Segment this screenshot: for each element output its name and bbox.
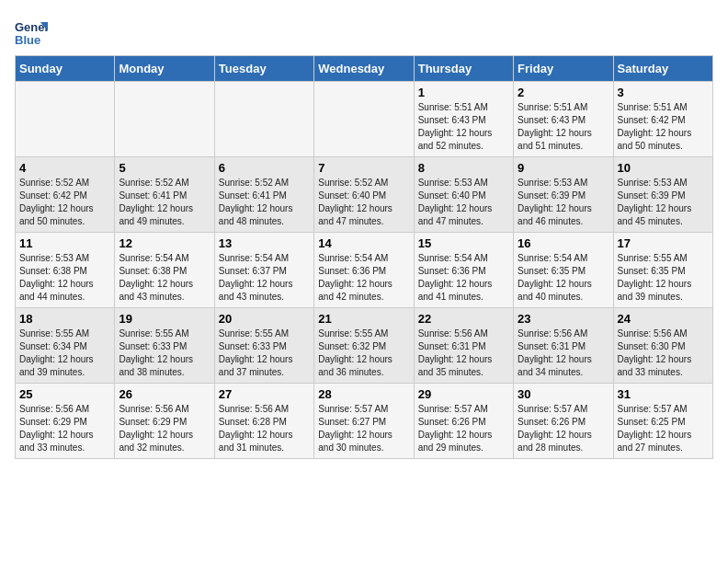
calendar-header: SundayMondayTuesdayWednesdayThursdayFrid… (16, 56, 713, 82)
day-info: Sunrise: 5:51 AM Sunset: 6:42 PM Dayligh… (618, 101, 709, 153)
calendar-cell: 1Sunrise: 5:51 AM Sunset: 6:43 PM Daylig… (414, 82, 513, 157)
day-number: 3 (618, 86, 709, 99)
day-number: 10 (618, 161, 709, 175)
calendar-cell: 21Sunrise: 5:55 AM Sunset: 6:32 PM Dayli… (314, 308, 414, 384)
day-header-wednesday: Wednesday (314, 56, 414, 82)
day-number: 27 (219, 387, 310, 401)
day-number: 30 (518, 387, 609, 401)
calendar-cell: 4Sunrise: 5:52 AM Sunset: 6:42 PM Daylig… (16, 157, 115, 233)
day-info: Sunrise: 5:56 AM Sunset: 6:29 PM Dayligh… (119, 403, 210, 454)
day-info: Sunrise: 5:51 AM Sunset: 6:43 PM Dayligh… (418, 101, 509, 153)
calendar-cell: 10Sunrise: 5:53 AM Sunset: 6:39 PM Dayli… (613, 157, 712, 233)
day-number: 2 (518, 86, 609, 99)
day-number: 5 (119, 161, 210, 175)
week-row-4: 18Sunrise: 5:55 AM Sunset: 6:34 PM Dayli… (16, 308, 713, 384)
day-header-thursday: Thursday (414, 56, 513, 82)
calendar-cell: 11Sunrise: 5:53 AM Sunset: 6:38 PM Dayli… (16, 233, 115, 308)
week-row-2: 4Sunrise: 5:52 AM Sunset: 6:42 PM Daylig… (16, 157, 713, 233)
day-number: 16 (518, 236, 609, 250)
day-info: Sunrise: 5:53 AM Sunset: 6:40 PM Dayligh… (418, 177, 509, 228)
day-number: 8 (418, 161, 509, 175)
calendar-cell: 31Sunrise: 5:57 AM Sunset: 6:25 PM Dayli… (613, 384, 712, 459)
day-info: Sunrise: 5:52 AM Sunset: 6:41 PM Dayligh… (219, 177, 310, 228)
day-header-friday: Friday (514, 56, 613, 82)
day-info: Sunrise: 5:54 AM Sunset: 6:37 PM Dayligh… (219, 252, 310, 304)
day-number: 25 (19, 387, 110, 401)
svg-text:Blue: Blue (15, 33, 40, 47)
day-number: 1 (418, 86, 509, 99)
calendar-cell: 6Sunrise: 5:52 AM Sunset: 6:41 PM Daylig… (214, 157, 313, 233)
day-number: 24 (618, 312, 709, 326)
day-header-tuesday: Tuesday (214, 56, 313, 82)
day-info: Sunrise: 5:55 AM Sunset: 6:32 PM Dayligh… (318, 327, 409, 379)
day-info: Sunrise: 5:53 AM Sunset: 6:39 PM Dayligh… (618, 177, 709, 228)
day-number: 12 (119, 236, 210, 250)
calendar-cell: 12Sunrise: 5:54 AM Sunset: 6:38 PM Dayli… (115, 233, 214, 308)
day-header-monday: Monday (115, 56, 214, 82)
day-header-saturday: Saturday (613, 56, 712, 82)
calendar-cell: 19Sunrise: 5:55 AM Sunset: 6:33 PM Dayli… (115, 308, 214, 384)
day-info: Sunrise: 5:57 AM Sunset: 6:26 PM Dayligh… (418, 403, 509, 454)
day-info: Sunrise: 5:54 AM Sunset: 6:36 PM Dayligh… (318, 252, 409, 304)
day-info: Sunrise: 5:52 AM Sunset: 6:42 PM Dayligh… (19, 177, 110, 228)
day-info: Sunrise: 5:56 AM Sunset: 6:28 PM Dayligh… (219, 403, 310, 454)
day-number: 6 (219, 161, 310, 175)
calendar-cell: 25Sunrise: 5:56 AM Sunset: 6:29 PM Dayli… (16, 384, 115, 459)
day-info: Sunrise: 5:53 AM Sunset: 6:39 PM Dayligh… (518, 177, 609, 228)
calendar-cell: 15Sunrise: 5:54 AM Sunset: 6:36 PM Dayli… (414, 233, 513, 308)
day-number: 11 (19, 236, 110, 250)
day-info: Sunrise: 5:57 AM Sunset: 6:25 PM Dayligh… (618, 403, 709, 454)
day-info: Sunrise: 5:56 AM Sunset: 6:30 PM Dayligh… (618, 327, 709, 379)
day-info: Sunrise: 5:56 AM Sunset: 6:31 PM Dayligh… (418, 327, 509, 379)
page-header: General Blue (15, 15, 713, 48)
day-info: Sunrise: 5:56 AM Sunset: 6:29 PM Dayligh… (19, 403, 110, 454)
calendar-body: 1Sunrise: 5:51 AM Sunset: 6:43 PM Daylig… (16, 82, 713, 459)
day-info: Sunrise: 5:55 AM Sunset: 6:35 PM Dayligh… (618, 252, 709, 304)
logo-icon: General Blue (15, 15, 48, 48)
calendar-cell: 28Sunrise: 5:57 AM Sunset: 6:27 PM Dayli… (314, 384, 414, 459)
week-row-5: 25Sunrise: 5:56 AM Sunset: 6:29 PM Dayli… (16, 384, 713, 459)
day-info: Sunrise: 5:54 AM Sunset: 6:38 PM Dayligh… (119, 252, 210, 304)
calendar-cell: 16Sunrise: 5:54 AM Sunset: 6:35 PM Dayli… (514, 233, 613, 308)
day-info: Sunrise: 5:54 AM Sunset: 6:35 PM Dayligh… (518, 252, 609, 304)
calendar-cell: 17Sunrise: 5:55 AM Sunset: 6:35 PM Dayli… (613, 233, 712, 308)
calendar-cell: 3Sunrise: 5:51 AM Sunset: 6:42 PM Daylig… (613, 82, 712, 157)
calendar-cell: 18Sunrise: 5:55 AM Sunset: 6:34 PM Dayli… (16, 308, 115, 384)
day-info: Sunrise: 5:55 AM Sunset: 6:33 PM Dayligh… (219, 327, 310, 379)
calendar-cell (214, 82, 313, 157)
calendar-cell: 27Sunrise: 5:56 AM Sunset: 6:28 PM Dayli… (214, 384, 313, 459)
calendar-cell: 2Sunrise: 5:51 AM Sunset: 6:43 PM Daylig… (514, 82, 613, 157)
day-info: Sunrise: 5:52 AM Sunset: 6:40 PM Dayligh… (318, 177, 409, 228)
day-number: 4 (19, 161, 110, 175)
calendar-cell: 13Sunrise: 5:54 AM Sunset: 6:37 PM Dayli… (214, 233, 313, 308)
calendar-cell: 5Sunrise: 5:52 AM Sunset: 6:41 PM Daylig… (115, 157, 214, 233)
day-number: 17 (618, 236, 709, 250)
calendar-cell: 23Sunrise: 5:56 AM Sunset: 6:31 PM Dayli… (514, 308, 613, 384)
calendar-cell: 29Sunrise: 5:57 AM Sunset: 6:26 PM Dayli… (414, 384, 513, 459)
day-info: Sunrise: 5:57 AM Sunset: 6:26 PM Dayligh… (518, 403, 609, 454)
calendar-cell: 14Sunrise: 5:54 AM Sunset: 6:36 PM Dayli… (314, 233, 414, 308)
days-header-row: SundayMondayTuesdayWednesdayThursdayFrid… (16, 56, 713, 82)
day-info: Sunrise: 5:57 AM Sunset: 6:27 PM Dayligh… (318, 403, 409, 454)
day-number: 23 (518, 312, 609, 326)
week-row-3: 11Sunrise: 5:53 AM Sunset: 6:38 PM Dayli… (16, 233, 713, 308)
calendar-cell: 26Sunrise: 5:56 AM Sunset: 6:29 PM Dayli… (115, 384, 214, 459)
day-number: 21 (318, 312, 409, 326)
day-info: Sunrise: 5:55 AM Sunset: 6:34 PM Dayligh… (19, 327, 110, 379)
calendar-cell (16, 82, 115, 157)
day-number: 7 (318, 161, 409, 175)
day-info: Sunrise: 5:54 AM Sunset: 6:36 PM Dayligh… (418, 252, 509, 304)
day-number: 31 (618, 387, 709, 401)
day-number: 14 (318, 236, 409, 250)
day-info: Sunrise: 5:52 AM Sunset: 6:41 PM Dayligh… (119, 177, 210, 228)
calendar-cell: 7Sunrise: 5:52 AM Sunset: 6:40 PM Daylig… (314, 157, 414, 233)
day-number: 26 (119, 387, 210, 401)
calendar-cell: 20Sunrise: 5:55 AM Sunset: 6:33 PM Dayli… (214, 308, 313, 384)
day-number: 9 (518, 161, 609, 175)
calendar-cell (115, 82, 214, 157)
day-number: 15 (418, 236, 509, 250)
day-info: Sunrise: 5:53 AM Sunset: 6:38 PM Dayligh… (19, 252, 110, 304)
calendar-cell: 24Sunrise: 5:56 AM Sunset: 6:30 PM Dayli… (613, 308, 712, 384)
calendar-table: SundayMondayTuesdayWednesdayThursdayFrid… (15, 55, 713, 459)
day-header-sunday: Sunday (16, 56, 115, 82)
